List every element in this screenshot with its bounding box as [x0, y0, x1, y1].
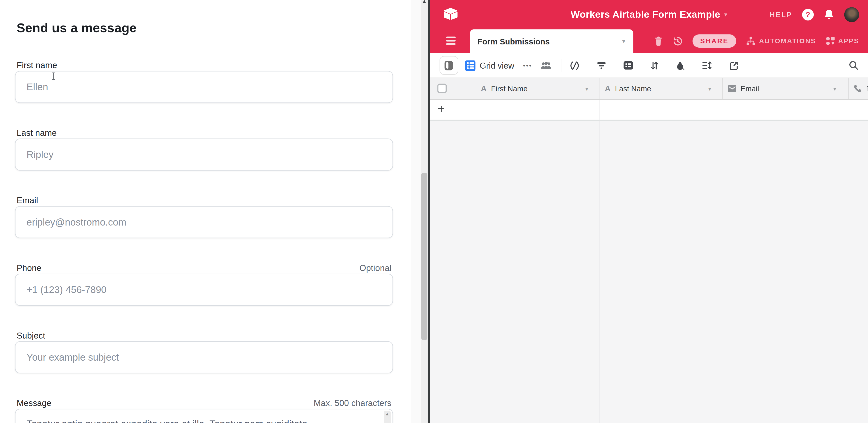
first-name-label: First name — [17, 60, 57, 70]
frozen-column-divider[interactable] — [599, 100, 600, 423]
email-input[interactable] — [15, 206, 393, 238]
text-field-type-icon: A — [605, 84, 611, 93]
airtable-topbar: Workers Airtable Form Example ▾ HELP ? — [430, 0, 868, 29]
apps-button[interactable]: APPS — [826, 36, 859, 46]
message-scrollbar[interactable]: ▲ — [384, 411, 391, 423]
grid-canvas — [430, 122, 868, 423]
page-scrollbar[interactable]: ▲ — [421, 0, 428, 423]
phone-field-type-icon — [853, 84, 862, 93]
email-label: Email — [17, 195, 38, 206]
email-field-group: Email — [15, 195, 393, 238]
user-avatar[interactable] — [844, 7, 859, 22]
text-cursor-icon — [52, 72, 55, 80]
message-text: Tenetur optio quaerat expedite vero et i… — [16, 410, 392, 423]
column-phone[interactable]: Phone — [853, 78, 868, 99]
automations-icon — [746, 36, 756, 46]
add-record-row[interactable]: + — [430, 100, 868, 121]
base-title[interactable]: Workers Airtable Form Example — [570, 8, 720, 20]
help-button[interactable]: HELP — [770, 10, 792, 19]
message-max-chars-note: Max. 500 characters — [314, 398, 392, 408]
apps-label: APPS — [838, 37, 859, 45]
share-button[interactable]: SHARE — [692, 34, 737, 48]
phone-label: Phone — [17, 263, 41, 273]
apps-icon — [826, 36, 835, 46]
message-field-group: Message Max. 500 characters Tenetur opti… — [15, 398, 393, 423]
collaborators-icon[interactable] — [540, 61, 552, 70]
view-sidebar-toggle-button[interactable] — [439, 56, 458, 75]
subject-input[interactable] — [15, 341, 393, 373]
select-all-checkbox[interactable] — [437, 84, 446, 93]
active-table-name: Form Submissions — [477, 37, 550, 46]
help-question-icon[interactable]: ? — [802, 8, 814, 20]
last-name-label: Last name — [17, 127, 57, 138]
add-record-plus-icon[interactable]: + — [438, 102, 445, 117]
message-input[interactable]: Tenetur optio quaerat expedite vero et i… — [15, 409, 393, 423]
row-height-icon[interactable] — [702, 61, 712, 70]
first-name-field-group: First name — [15, 60, 393, 103]
airtable-tabbar: Form Submissions ▾ SHARE — [430, 29, 868, 53]
trash-icon[interactable] — [654, 36, 663, 46]
column-last-name[interactable]: A Last Name — [605, 78, 651, 99]
text-field-type-icon: A — [481, 84, 487, 93]
base-title-caret-icon[interactable]: ▾ — [724, 11, 727, 18]
column-email[interactable]: Email — [728, 78, 759, 99]
subject-field-group: Subject — [15, 330, 393, 373]
column-divider[interactable] — [848, 78, 849, 99]
column-email-caret-icon[interactable]: ▾ — [834, 78, 836, 99]
sidebar-icon — [444, 61, 453, 70]
sort-icon[interactable] — [650, 61, 658, 70]
filter-icon[interactable] — [597, 61, 606, 69]
phone-input[interactable] — [15, 274, 393, 306]
form-title: Send us a message — [17, 20, 393, 35]
last-name-field-group: Last name — [15, 127, 393, 171]
contact-form-panel: Send us a message First name Last name E… — [0, 0, 411, 423]
page-scrollbar-thumb[interactable] — [421, 173, 427, 340]
table-caret-icon[interactable]: ▾ — [622, 38, 625, 45]
window-divider — [428, 0, 430, 423]
share-view-icon[interactable] — [729, 61, 738, 70]
subject-label: Subject — [17, 330, 45, 341]
view-more-icon[interactable]: ••• — [523, 62, 532, 68]
grid-view-icon — [465, 60, 475, 71]
view-toolbar: Grid view ••• — [430, 53, 868, 78]
scroll-up-icon[interactable]: ▲ — [384, 411, 391, 418]
airtable-panel: Workers Airtable Form Example ▾ HELP ? F… — [430, 0, 868, 423]
column-first-name-caret-icon[interactable]: ▾ — [585, 78, 588, 99]
table-list-menu-icon[interactable] — [446, 37, 455, 45]
first-name-input[interactable] — [15, 71, 393, 103]
automations-label: AUTOMATIONS — [759, 37, 816, 45]
hide-fields-icon[interactable] — [569, 61, 579, 70]
search-icon[interactable] — [849, 60, 859, 70]
automations-button[interactable]: AUTOMATIONS — [746, 36, 816, 46]
history-icon[interactable] — [673, 36, 683, 46]
column-first-name[interactable]: A First Name — [481, 78, 527, 99]
toolbar-divider — [560, 59, 561, 72]
column-divider[interactable] — [599, 78, 600, 99]
email-field-type-icon — [728, 85, 736, 92]
last-name-input[interactable] — [15, 139, 393, 171]
phone-field-group: Phone Optional — [15, 263, 393, 306]
color-icon[interactable] — [676, 60, 685, 70]
view-name: Grid view — [480, 61, 514, 70]
view-switcher[interactable]: Grid view — [465, 60, 514, 71]
group-icon[interactable] — [623, 61, 633, 70]
grid-header-row: A First Name ▾ A Last Name ▾ Email — [430, 78, 868, 100]
notifications-bell-icon[interactable] — [824, 8, 834, 20]
screen: Send us a message First name Last name E… — [0, 0, 868, 423]
scrollbar-up-arrow-icon[interactable]: ▲ — [421, 0, 428, 4]
column-divider[interactable] — [722, 78, 723, 99]
message-label: Message — [17, 398, 51, 408]
phone-optional-note: Optional — [360, 263, 392, 273]
tab-form-submissions[interactable]: Form Submissions ▾ — [470, 29, 633, 53]
column-last-name-caret-icon[interactable]: ▾ — [708, 78, 711, 99]
page-gutter — [411, 0, 421, 423]
